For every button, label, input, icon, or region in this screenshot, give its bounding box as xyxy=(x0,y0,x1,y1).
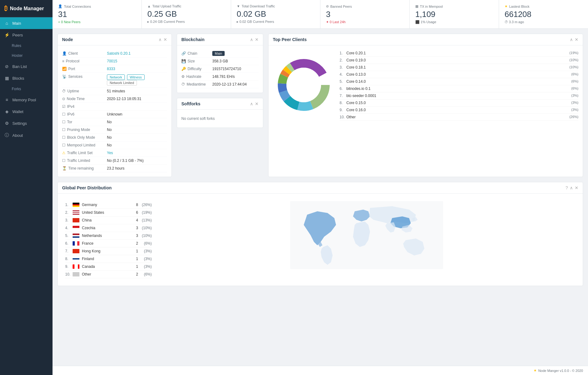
peer-name: Core 0.15.0 xyxy=(346,101,571,105)
sidebar-sub-label: Forks xyxy=(12,87,21,91)
sidebar-item-label: Settings xyxy=(12,121,27,126)
node-port-value: 8333 xyxy=(107,67,115,71)
download-icon: ▼ xyxy=(237,4,240,8)
donut-svg xyxy=(273,54,335,116)
node-row-blockonly: ☐ Block Only Mode No xyxy=(62,134,167,141)
peer-rank: 9. xyxy=(340,108,345,112)
sidebar-item-settings[interactable]: ⚙ Settings xyxy=(0,117,53,129)
peer-clients-title: Top Peer Clients xyxy=(273,37,307,42)
node-row-port: 📶 Port 8333 xyxy=(62,65,167,73)
sidebar-item-label: Peers xyxy=(12,33,23,37)
sidebar-item-main[interactable]: ⌂ Main xyxy=(0,17,53,29)
peer-rank: 8. xyxy=(340,101,345,105)
donut-chart xyxy=(273,54,335,117)
stat-mempool-value: 1,109 xyxy=(415,10,493,19)
country-name: Hong Kong xyxy=(82,249,132,253)
blockchain-row-mediantime: ⏱ Mediantime 2020-12-13 17:44:04 xyxy=(181,81,259,88)
peer-rank: 1. xyxy=(340,51,345,55)
world-map xyxy=(158,201,575,278)
peer-clients-header: Top Peer Clients ∧ ✕ xyxy=(269,34,583,45)
sidebar-sub-item-forks[interactable]: Forks xyxy=(0,84,53,94)
protocol-icon: ≡ xyxy=(62,59,64,63)
stat-lastblock-sub: ⏱ 3.3 m ago xyxy=(505,20,582,24)
node-row-timeremaining: ⏳ Time remaining 23.2 hours xyxy=(62,165,167,172)
close-icon[interactable]: ✕ xyxy=(575,185,578,190)
connections-icon: 👤 xyxy=(58,4,62,8)
node-tor-value: No xyxy=(107,120,112,124)
global-peer-body: 1. Germany 8 (26%) 2. United States 6 xyxy=(58,194,583,286)
peer-rank: 2. xyxy=(340,58,345,62)
ban-icon: ⊘ xyxy=(4,64,9,69)
country-pct: (3%) xyxy=(141,257,152,261)
list-item: 7. btc-seeder 0.0001 (3%) xyxy=(340,92,578,99)
stat-lastblock-label: ★ Lastest Block xyxy=(505,4,582,8)
softforks-controls: ∧ ✕ xyxy=(250,101,259,106)
node-row-services: 📡 Services Network Witness Network Limit… xyxy=(62,73,167,87)
collapse-icon[interactable]: ∧ xyxy=(250,37,253,42)
peer-pct: (6%) xyxy=(571,79,578,84)
sidebar-item-about[interactable]: ⓘ About xyxy=(0,129,53,141)
close-icon[interactable]: ✕ xyxy=(255,101,259,106)
stat-connections-sub: + 0 New Peers xyxy=(58,20,136,24)
list-item: 10. Other 2 (6%) xyxy=(65,271,152,278)
collapse-icon[interactable]: ∧ xyxy=(570,185,573,190)
footer-text: Node Manger v1.0.0 - © 2020 xyxy=(538,369,583,373)
map-svg xyxy=(158,201,575,269)
softforks-card-header: Softforks ∧ ✕ xyxy=(177,98,263,110)
country-name: Canada xyxy=(82,264,132,269)
node-row-uptime: ⏱ Uptime 51 minutes xyxy=(62,87,167,95)
collapse-icon[interactable]: ∧ xyxy=(570,37,573,42)
service-network: Network xyxy=(107,74,125,80)
service-network-limited: Network Limited xyxy=(107,80,137,86)
list-item: 5. Netherlands 3 (10%) xyxy=(65,232,152,240)
node-row-tor: ☐ Tor No xyxy=(62,118,167,126)
close-icon[interactable]: ✕ xyxy=(255,37,259,42)
sidebar-item-blocks[interactable]: ▦ Blocks xyxy=(0,72,53,84)
peer-clients-controls: ∧ ✕ xyxy=(570,37,578,42)
country-count: 3 xyxy=(132,226,138,230)
list-item: 2. United States 6 (19%) xyxy=(65,209,152,217)
close-icon[interactable]: ✕ xyxy=(575,37,578,42)
hashrate-icon: ⚙ xyxy=(181,74,185,79)
peer-pct: (6%) xyxy=(571,72,578,77)
blockchain-size-value: 358.3 GB xyxy=(212,59,228,63)
flag-finland xyxy=(73,257,79,261)
wallet-icon: ◈ xyxy=(4,109,9,114)
node-row-trafficlimited: ☐ Traffic Limited No (0.2 / 3.1 GB - 7%) xyxy=(62,157,167,165)
sidebar-item-banlist[interactable]: ⊘ Ban List xyxy=(0,61,53,72)
sidebar-item-label: Wallet xyxy=(12,109,23,114)
peer-rank: 4. xyxy=(340,72,345,77)
sidebar-sub-item-rules[interactable]: Rules xyxy=(0,41,53,51)
stat-banned-value: 3 xyxy=(326,10,404,19)
sidebar-sub-item-hoster[interactable]: Hoster xyxy=(0,51,53,61)
country-name: Netherlands xyxy=(82,234,132,238)
node-blockonly-value: No xyxy=(107,135,112,140)
blockchain-mediantime-value: 2020-12-13 17:44:04 xyxy=(212,82,247,86)
blockchain-row-chain: 🔗 Chain Main xyxy=(181,50,259,57)
flag-czechia xyxy=(73,226,79,230)
node-card-header: Node ∧ ✕ xyxy=(58,34,171,45)
stat-lastblock: ★ Lastest Block 661208 ⏱ 3.3 m ago xyxy=(499,0,588,28)
collapse-icon[interactable]: ∧ xyxy=(250,101,253,106)
node-row-mempoollimited: ☐ Mempool Limited No xyxy=(62,141,167,149)
peer-pct: (10%) xyxy=(569,58,578,62)
node-trafficlimited-value: No (0.2 / 3.1 GB - 7%) xyxy=(107,158,144,163)
list-item: 6. France 2 (6%) xyxy=(65,240,152,247)
sidebar-item-wallet[interactable]: ◈ Wallet xyxy=(0,106,53,117)
collapse-icon[interactable]: ∧ xyxy=(159,37,162,42)
uptime-icon: ⏱ xyxy=(62,89,66,93)
country-pct: (3%) xyxy=(141,264,152,269)
top-row: Node ∧ ✕ 👤 Client Satoshi 0.20.1 ≡ Proto… xyxy=(57,34,583,177)
close-icon[interactable]: ✕ xyxy=(163,37,167,42)
list-item: 3. Core 0.18.1 (10%) xyxy=(340,64,578,71)
country-pct: (10%) xyxy=(141,226,152,230)
service-witness: Witness xyxy=(127,74,145,80)
node-row-trafficlimitset: ⚠ Traffic Limit Set Yes xyxy=(62,149,167,157)
blockchain-card-body: 🔗 Chain Main 💾 Size 358.3 GB 🔑 Difficult… xyxy=(177,45,263,93)
node-trafficlimitset-value: Yes xyxy=(107,151,113,155)
help-icon[interactable]: ? xyxy=(565,185,568,190)
blockonly-icon: ☐ xyxy=(62,135,66,140)
sidebar-item-peers[interactable]: ⚡ Peers xyxy=(0,29,53,41)
sidebar-item-memorypool[interactable]: ≡ Memory Pool xyxy=(0,94,53,106)
peer-pct: (26%) xyxy=(569,115,578,119)
